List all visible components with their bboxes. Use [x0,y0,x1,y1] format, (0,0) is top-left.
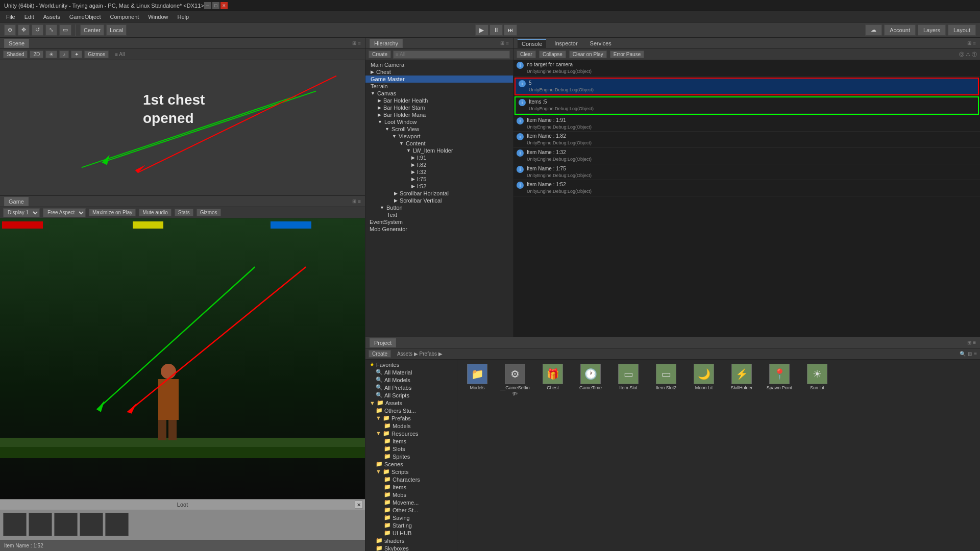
menu-help[interactable]: Help [173,13,193,21]
proj-prefabs[interactable]: ▼ 📁 Prefabs [365,414,457,422]
transform-move-button[interactable]: ✥ [18,24,30,36]
transform-hand-button[interactable]: ⊕ [4,24,16,36]
loot-slot-5[interactable] [105,513,129,536]
console-item-7[interactable]: i Item Name : 1:52 UnityEngine.Debug:Log… [513,180,980,196]
proj-all-material[interactable]: 🔍 All Material [365,368,457,376]
2d-button[interactable]: 2D [30,51,43,58]
hierarchy-search[interactable] [393,51,510,59]
proj-ui-hub[interactable]: 📁 UI HUB [365,529,457,537]
tab-scene[interactable]: Scene [4,39,29,48]
menu-file[interactable]: File [2,13,19,21]
aspect-select[interactable]: Free Aspect [43,208,86,217]
stats-button[interactable]: Stats [175,209,193,216]
hierarchy-create-button[interactable]: Create [369,51,391,58]
proj-item-spawnpoint[interactable]: 📍 Spawn Point [762,362,797,397]
menu-edit[interactable]: Edit [20,13,38,21]
proj-item-gamesettings[interactable]: ⚙ __GameSettings [497,362,533,397]
tree-item-button[interactable]: ▼ Button [365,204,513,211]
proj-movement[interactable]: 📁 Moveme... [365,498,457,506]
tree-item-scrollbar-v[interactable]: ▶ Scrollbar Vertical [365,197,513,204]
proj-starting[interactable]: 📁 Starting [365,521,457,529]
proj-item-sunlit[interactable]: ☀ Sun Lit [799,362,835,397]
proj-others[interactable]: 📁 Others Stu... [365,407,457,414]
tree-item-viewport[interactable]: ▼ Viewport [365,133,513,140]
close-button[interactable]: ✕ [220,2,228,9]
proj-item-models[interactable]: 📁 Models [459,362,495,397]
play-button[interactable]: ▶ [475,24,488,36]
tree-item-lw-item-holder[interactable]: ▼ LW_Item Holder [365,147,513,154]
minimize-button[interactable]: ─ [204,2,211,9]
proj-res-items[interactable]: 📁 Items [365,437,457,445]
proj-res-slots[interactable]: 📁 Slots [365,445,457,453]
console-collapse-button[interactable]: Collapse [539,51,566,58]
space-button[interactable]: Local [106,24,127,36]
console-item-6[interactable]: i Item Name : 1:75 UnityEngine.Debug:Log… [513,164,980,181]
menu-assets[interactable]: Assets [39,13,64,21]
tree-item-mob-generator[interactable]: Mob Generator [365,226,513,233]
console-clear-button[interactable]: Clear [517,51,536,58]
tab-console[interactable]: Console [518,39,546,48]
proj-other-st[interactable]: 📁 Other St... [365,506,457,514]
proj-all-scripts[interactable]: 🔍 All Scripts [365,391,457,399]
maximize-button[interactable]: □ [212,2,219,9]
game-gizmos-button[interactable]: Gizmos [197,209,221,216]
proj-saving[interactable]: 📁 Saving [365,514,457,521]
proj-item-moonlit[interactable]: 🌙 Moon Lit [686,362,722,397]
shading-button[interactable]: Shaded [3,51,28,58]
proj-item-itemslot[interactable]: ▭ Item Slot [610,362,646,397]
layout-button[interactable]: Layout [948,24,976,36]
tree-item-i82[interactable]: ▶ I:82 [365,161,513,168]
scene-fx-button[interactable]: ✦ [71,51,82,58]
pivot-button[interactable]: Center [80,24,104,36]
account-button[interactable]: Account [884,24,916,36]
loot-close-button[interactable]: ✕ [355,500,363,509]
project-create-button[interactable]: Create [369,350,391,358]
mute-audio-button[interactable]: Mute audio [139,209,171,216]
tab-services[interactable]: Services [586,39,616,47]
console-error-pause-button[interactable]: Error Pause [610,51,644,58]
proj-mobs[interactable]: 📁 Mobs [365,491,457,498]
proj-favorites[interactable]: ★ Favorites [365,361,457,368]
scene-light-button[interactable]: ☀ [45,51,57,58]
layers-button[interactable]: Layers [918,24,946,36]
menu-component[interactable]: Component [106,13,143,21]
transform-rect-button[interactable]: ▭ [59,24,71,36]
tree-item-loot-window[interactable]: ▼ Loot Window [365,118,513,126]
tree-item-content[interactable]: ▼ Content [365,140,513,147]
tree-item-bar-health[interactable]: ▶ Bar Holder Health [365,97,513,104]
tree-item-eventsystem[interactable]: EventSystem [365,218,513,226]
tree-item-i75[interactable]: ▶ I:75 [365,176,513,183]
proj-assets[interactable]: ▼ 📁 Assets [365,399,457,407]
tab-hierarchy[interactable]: Hierarchy [370,39,403,48]
proj-item-skillholder[interactable]: ⚡ SkillHolder [724,362,760,397]
tree-item-canvas[interactable]: ▼ Canvas [365,90,513,97]
console-item-1[interactable]: i 5 UnityEngine.Debug:Log(Object) [516,79,978,95]
pause-button[interactable]: ⏸ [489,24,503,36]
proj-all-models[interactable]: 🔍 All Models [365,376,457,384]
proj-icon-grid[interactable]: ⊞ [968,351,972,357]
tab-game[interactable]: Game [4,197,29,206]
tree-item-i52[interactable]: ▶ I:52 [365,183,513,190]
tree-item-i91[interactable]: ▶ I:91 [365,154,513,161]
loot-slot-1[interactable] [3,513,27,536]
proj-icon-menu[interactable]: ≡ [974,351,977,357]
proj-items[interactable]: 📁 Items [365,483,457,491]
gizmos-button[interactable]: Gizmos [84,51,109,58]
console-item-4[interactable]: i Item Name : 1:82 UnityEngine.Debug:Log… [513,132,980,148]
proj-characters[interactable]: 📁 Characters [365,475,457,483]
console-item-5[interactable]: i Item Name : 1:32 UnityEngine.Debug:Log… [513,148,980,164]
tree-item-game-master[interactable]: Game Master [365,76,513,83]
proj-resources[interactable]: ▼ 📁 Resources [365,430,457,437]
console-item-3[interactable]: i Item Name : 1:91 UnityEngine.Debug:Log… [513,116,980,132]
proj-res-sprites[interactable]: 📁 Sprites [365,453,457,460]
console-item-2[interactable]: i Items :5 UnityEngine.Debug:Log(Object) [516,97,978,114]
tree-item-scroll-view[interactable]: ▼ Scroll View [365,126,513,133]
proj-icon-search[interactable]: 🔍 [960,351,966,357]
console-item-0[interactable]: i no target for camera UnityEngine.Debug… [513,60,980,77]
proj-item-itemslot2[interactable]: ▭ Item Slot2 [648,362,684,397]
menu-gameobject[interactable]: GameObject [65,13,105,21]
menu-window[interactable]: Window [144,13,172,21]
tree-item-terrain[interactable]: Terrain [365,83,513,90]
tree-item-text[interactable]: Text [365,211,513,218]
proj-prefabs-models[interactable]: 📁 Models [365,422,457,430]
